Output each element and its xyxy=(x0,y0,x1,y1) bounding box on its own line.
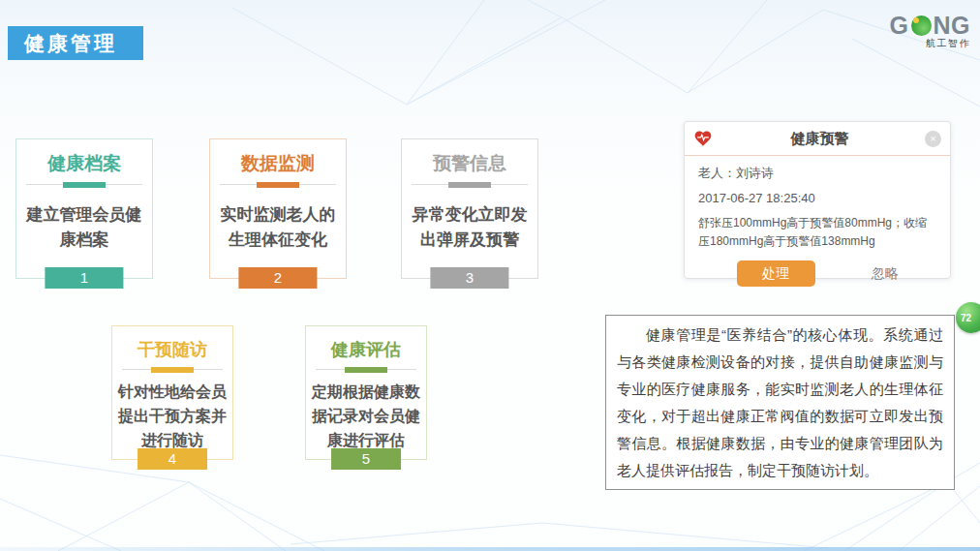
logo-globe-dot xyxy=(913,17,919,23)
sphere-label: 72 xyxy=(961,313,971,323)
page-title: 健康管理 xyxy=(8,26,143,60)
health-alert-popup: 健康预警 × 老人：刘诗诗 2017-06-27 18:25:40 舒张压100… xyxy=(684,121,951,279)
step-card-divider-accent xyxy=(151,367,194,373)
step-card-description: 建立管理会员健康档案 xyxy=(16,202,152,253)
step-number-badge: 3 xyxy=(430,267,508,289)
logo: G NG 航工智作 xyxy=(890,14,970,50)
slide: 健康管理 G NG 航工智作 健康档案 建立管理会员健康档案 1 数据监测 实时… xyxy=(0,0,980,551)
step-card: 干预随访 针对性地给会员提出干预方案并进行随访 4 xyxy=(111,325,233,460)
step-card: 健康档案 建立管理会员健康档案 1 xyxy=(15,138,153,279)
step-card-description: 异常变化立即发出弹屏及预警 xyxy=(402,202,537,253)
logo-globe-icon xyxy=(911,15,932,36)
step-number-badge: 1 xyxy=(45,267,123,289)
step-number-badge: 2 xyxy=(238,267,317,289)
step-card: 数据监测 实时监测老人的生理体征变化 2 xyxy=(209,138,347,279)
logo-letters-ng: NG xyxy=(934,14,971,37)
alert-body: 老人：刘诗诗 2017-06-27 18:25:40 舒张压100mmHg高于预… xyxy=(685,156,950,287)
step-card-divider-accent xyxy=(345,367,387,373)
step-card-divider-accent xyxy=(257,182,299,188)
step-card-title: 预警信息 xyxy=(402,151,537,176)
step-card-title: 干预随访 xyxy=(112,338,232,361)
step-card-title: 健康档案 xyxy=(16,151,152,176)
step-card-divider xyxy=(316,369,416,370)
bottom-accent-strip xyxy=(0,547,980,551)
ignore-button[interactable]: 忽略 xyxy=(872,265,899,283)
step-card: 预警信息 异常变化立即发出弹屏及预警 3 xyxy=(401,138,538,279)
step-number-badge: 5 xyxy=(331,448,401,470)
logo-subtitle: 航工智作 xyxy=(890,37,970,50)
green-sphere-badge[interactable]: 72 xyxy=(956,302,980,333)
step-card-description: 实时监测老人的生理体征变化 xyxy=(210,202,346,253)
alert-title: 健康预警 xyxy=(715,130,925,148)
step-card-description: 针对性地给会员提出干预方案并进行随访 xyxy=(112,380,232,452)
alert-elder-name: 老人：刘诗诗 xyxy=(698,165,936,182)
logo-letter-g: G xyxy=(890,14,909,37)
step-number-badge: 4 xyxy=(138,448,207,470)
handle-button[interactable]: 处理 xyxy=(737,260,815,287)
step-card-divider xyxy=(26,184,142,185)
alert-detail-text: 舒张压100mmHg高于预警值80mmHg；收缩压180mmHg高于预警值138… xyxy=(698,214,936,251)
step-card-title: 数据监测 xyxy=(210,151,346,176)
step-card-description: 定期根据健康数据记录对会员健康进行评估 xyxy=(306,380,426,452)
step-card-divider-accent xyxy=(63,182,106,188)
step-card-divider xyxy=(220,184,336,185)
close-icon[interactable]: × xyxy=(925,131,941,147)
alert-timestamp: 2017-06-27 18:25:40 xyxy=(698,191,936,205)
alert-header: 健康预警 × xyxy=(685,122,950,156)
description-text: 健康管理是“医养结合”的核心体现。系统通过与各类健康检测设备的对接，提供自助健康… xyxy=(617,321,943,484)
heart-pulse-icon xyxy=(693,129,715,148)
description-box: 健康管理是“医养结合”的核心体现。系统通过与各类健康检测设备的对接，提供自助健康… xyxy=(605,315,955,490)
step-card: 健康评估 定期根据健康数据记录对会员健康进行评估 5 xyxy=(305,325,427,460)
alert-actions: 处理 忽略 xyxy=(698,260,936,287)
step-card-divider xyxy=(412,184,528,185)
step-card-divider xyxy=(122,369,223,370)
step-card-divider-accent xyxy=(448,182,491,188)
step-card-title: 健康评估 xyxy=(306,338,426,361)
logo-wordmark: G NG xyxy=(890,14,970,37)
